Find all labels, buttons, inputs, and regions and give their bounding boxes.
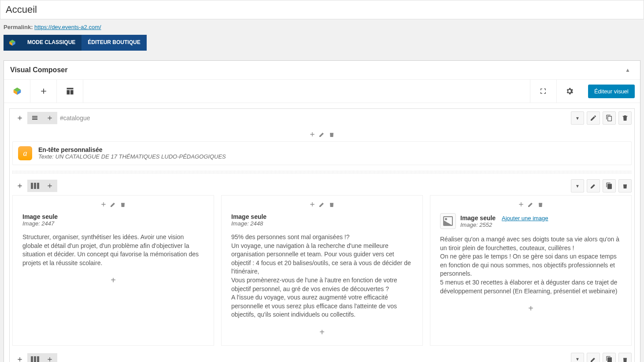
text-block[interactable]: Structurer, organiser, synthétiser les i…	[13, 229, 214, 272]
row-id-tag: #catalogue	[60, 115, 90, 122]
row-delete-button[interactable]	[618, 111, 632, 125]
visual-composer-panel: Visual Composer ▲ Éditeur visuel	[4, 60, 640, 362]
add-image-link[interactable]: Ajouter une image	[502, 215, 548, 222]
column-2: Image seule Image: 2448 95% des personne…	[221, 195, 423, 346]
header-element-title: En-tête personnalisée	[38, 146, 226, 153]
inner-row-delete-button[interactable]	[618, 179, 632, 192]
inner-row2-edit-button[interactable]	[587, 353, 600, 362]
inner-row-edit-button[interactable]	[587, 179, 600, 192]
col-delete-icon[interactable]	[327, 200, 336, 209]
permalink-url[interactable]: https://dev.events-a2.com/	[34, 24, 101, 30]
vc-logo-icon[interactable]	[4, 35, 21, 51]
image-element[interactable]: Image seule Ajouter une image Image: 255…	[430, 211, 631, 231]
add-element-icon[interactable]: +	[319, 327, 325, 337]
inner-row2-add-column-button[interactable]	[42, 353, 57, 362]
inner-row2-delete-button[interactable]	[618, 353, 632, 362]
row-clone-button[interactable]	[603, 111, 616, 125]
section-catalogue: #catalogue ▼ a En-tête personnalisée	[9, 108, 635, 362]
image-placeholder-icon	[440, 213, 456, 229]
element-title: Image seule	[22, 213, 204, 220]
inner-row2-add-before-button[interactable]	[12, 353, 27, 362]
inner-row-clone-button[interactable]	[603, 179, 616, 192]
post-title-input[interactable]	[0, 0, 644, 19]
inner-row2-options-dropdown[interactable]: ▼	[571, 353, 584, 362]
add-element-button[interactable]	[30, 80, 57, 103]
panel-collapse-icon[interactable]: ▲	[622, 65, 634, 75]
permalink-row: Permalink: https://dev.events-a2.com/	[0, 19, 644, 35]
divider	[12, 170, 632, 174]
col-add-icon[interactable]	[308, 200, 317, 209]
col-add-icon[interactable]	[99, 200, 108, 209]
column-add-icon[interactable]	[308, 130, 317, 139]
column-3: Image seule Ajouter une image Image: 255…	[430, 195, 632, 346]
col-delete-icon[interactable]	[536, 200, 545, 209]
permalink-label: Permalink:	[4, 24, 33, 30]
custom-header-element[interactable]: a En-tête personnalisée Texte: UN CATALO…	[12, 141, 632, 165]
row-add-column-button[interactable]	[42, 112, 57, 124]
inner-row-layout-button[interactable]	[27, 180, 42, 192]
element-subtitle: Image: 2552	[460, 222, 548, 228]
row-options-dropdown[interactable]: ▼	[571, 111, 584, 125]
text-block[interactable]: 95% des personnes sont mal organisées !?…	[222, 229, 422, 324]
text-block[interactable]: Réaliser qu'on a mangé avec ses doigts t…	[430, 231, 631, 300]
inner-row2-layout-button[interactable]	[27, 353, 42, 362]
row-add-before-button[interactable]	[12, 112, 27, 124]
col-add-icon[interactable]	[517, 200, 526, 209]
mode-tabs: MODE CLASSIQUE ÉDITEUR BOUTIQUE	[4, 35, 147, 51]
header-element-subtitle: Texte: UN CATALOGUE DE 17 THÉMATIQUES LU…	[38, 153, 226, 160]
tab-mode-classic[interactable]: MODE CLASSIQUE	[21, 35, 81, 51]
col-edit-icon[interactable]	[526, 200, 535, 209]
vc-toolbar: Éditeur visuel	[4, 80, 640, 103]
header-type-icon: a	[18, 146, 32, 160]
add-element-icon[interactable]: +	[111, 275, 116, 285]
inner-row-add-before-button[interactable]	[12, 180, 27, 192]
row-layout-button[interactable]	[27, 112, 42, 124]
inner-row-add-column-button[interactable]	[42, 180, 57, 192]
vc-brand-icon[interactable]	[4, 80, 30, 103]
col-edit-icon[interactable]	[109, 200, 118, 209]
image-element[interactable]: Image seule Image: 2448	[222, 211, 422, 229]
tab-editor-boutique[interactable]: ÉDITEUR BOUTIQUE	[81, 35, 146, 51]
image-element[interactable]: Image seule Image: 2447	[13, 211, 214, 229]
column-edit-icon[interactable]	[318, 130, 326, 139]
settings-button[interactable]	[556, 80, 583, 103]
element-title: Image seule	[460, 214, 496, 222]
panel-title: Visual Composer	[10, 66, 67, 74]
templates-button[interactable]	[57, 80, 83, 103]
row-edit-button[interactable]	[587, 111, 600, 125]
column-delete-icon[interactable]	[327, 130, 336, 139]
inner-row2-clone-button[interactable]	[603, 353, 616, 362]
fullscreen-button[interactable]	[530, 80, 556, 103]
column-1: Image seule Image: 2447 Structurer, orga…	[12, 195, 214, 346]
col-edit-icon[interactable]	[318, 200, 326, 209]
element-title: Image seule	[231, 213, 413, 220]
col-delete-icon[interactable]	[118, 200, 127, 209]
element-subtitle: Image: 2448	[231, 220, 413, 227]
visual-editor-button[interactable]: Éditeur visuel	[588, 85, 635, 98]
element-subtitle: Image: 2447	[22, 220, 204, 227]
add-element-icon[interactable]: +	[528, 303, 533, 314]
inner-row-options-dropdown[interactable]: ▼	[571, 179, 584, 192]
